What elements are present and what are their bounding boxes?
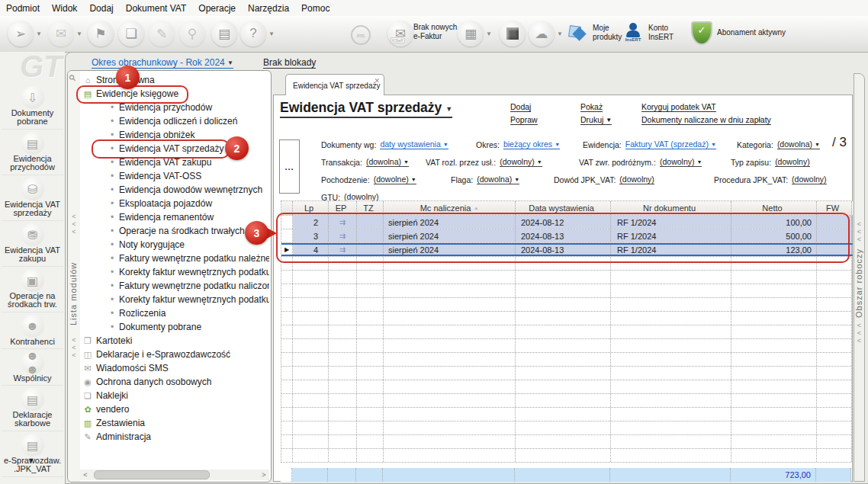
pin-icon[interactable]: ⚲ bbox=[67, 72, 79, 84]
filter-value-link[interactable]: (dowolny) bbox=[775, 157, 810, 167]
tree-item[interactable]: • Ewidencja odliczeń i doliczeń bbox=[80, 114, 269, 128]
empty-table-row bbox=[281, 284, 853, 298]
cube-button[interactable] bbox=[500, 21, 526, 46]
sidebar-module-item[interactable]: ⛁ Ewidencja VATsprzedaży bbox=[2, 178, 63, 221]
filter-value-link[interactable]: (dowolny) bbox=[792, 175, 827, 184]
menu-item[interactable]: Dodaj bbox=[83, 3, 119, 14]
filter-value-link[interactable]: (dowolny) bbox=[500, 157, 542, 167]
scroll-right-icon[interactable]: > bbox=[259, 471, 269, 479]
obszar-roboczy-label[interactable]: Obszar roboczy bbox=[854, 247, 863, 318]
tree-item[interactable]: • Dokumenty pobrane bbox=[80, 320, 269, 334]
new-document-button[interactable]: ❏ bbox=[118, 21, 144, 46]
tree-item[interactable]: ◉ Ochrona danych osobowych bbox=[80, 375, 269, 389]
action-koryguj-podatek[interactable]: Koryguj podatek VAT bbox=[641, 102, 716, 112]
tree-item-label: Naklejki bbox=[96, 389, 128, 402]
menu-item[interactable]: Widok bbox=[46, 3, 83, 14]
dropdown-icon[interactable]: ▼ bbox=[268, 30, 275, 37]
konto-insert-button[interactable]: InsERT bbox=[623, 22, 643, 42]
filter-value-link[interactable]: Faktury VAT (sprzedaż) bbox=[625, 139, 716, 149]
tree-item[interactable]: • Ewidencja remanentów bbox=[80, 210, 269, 224]
tree-item[interactable]: • Operacje na środkach trwałych bbox=[80, 224, 269, 238]
ksef-efaktury-button[interactable]: ✉KSeF bbox=[387, 21, 413, 46]
moje-produkty-button[interactable] bbox=[567, 23, 587, 43]
filter-value-link[interactable]: (dowolny) bbox=[619, 175, 654, 184]
sidebar-more-arrow[interactable]: ▼ bbox=[28, 457, 35, 464]
tree-item[interactable]: ✎ Administracja bbox=[80, 430, 269, 444]
sidebar-module-item[interactable]: ⇩ Dokumentypobrane bbox=[2, 86, 63, 130]
menu-item[interactable]: Podmiot bbox=[0, 3, 46, 14]
filter-group: Ewidencja:Faktury VAT (sprzedaż) bbox=[583, 139, 737, 149]
period-selector-link[interactable]: Okres obrachunkowy - Rok 2024 ▼ bbox=[92, 57, 233, 69]
tree-item[interactable]: • Ewidencja VAT-OSS bbox=[80, 169, 269, 183]
tree-item-label: Ewidencja odliczeń i doliczeń bbox=[119, 114, 237, 128]
tree-item[interactable]: • Ewidencja dowodów wewnętrznych bbox=[80, 183, 269, 197]
filter-value-link[interactable]: (dowolny) bbox=[660, 157, 702, 167]
preview-button[interactable]: ⚲ bbox=[179, 21, 205, 46]
send-button[interactable]: ✉ bbox=[48, 21, 74, 46]
tree-item[interactable]: ◫ Deklaracje i e-Sprawozdawczość bbox=[80, 348, 269, 361]
filter-value-link[interactable]: (dowolna) bbox=[777, 139, 820, 149]
tree-item[interactable]: • Faktury wewnętrzne podatku należnego bbox=[80, 252, 269, 265]
tree-item[interactable]: ❒ Kartoteki bbox=[80, 334, 269, 348]
action-popraw[interactable]: Popraw bbox=[510, 115, 538, 125]
sidebar-module-item[interactable]: ▤ e-Sprawozdaw..JPK_VAT bbox=[2, 434, 63, 477]
scrollbar-thumb[interactable] bbox=[94, 470, 210, 479]
tree-item[interactable]: • Korekty faktur wewnętrznych podatku bbox=[80, 293, 269, 306]
tab-ewidencja-vat-sprzedazy[interactable]: Ewidencja VAT sprzedaży ✕ bbox=[285, 74, 384, 95]
edit-document-button[interactable]: ✎ bbox=[149, 21, 175, 46]
tree-item[interactable]: • Korekty faktur wewnętrznych podatku bbox=[80, 265, 269, 279]
filter-value-link[interactable]: bieżący okres bbox=[503, 139, 560, 149]
scroll-left-icon[interactable]: < bbox=[80, 471, 91, 479]
filter-label: Ewidencja: bbox=[583, 140, 622, 149]
menu-item[interactable]: Dokument VAT bbox=[120, 3, 193, 14]
tree-horizontal-scrollbar[interactable]: < > bbox=[80, 470, 269, 480]
filter-value-link[interactable]: (dowolne) bbox=[374, 175, 416, 184]
action-drukuj[interactable]: Drukuj ▼ bbox=[580, 115, 612, 125]
dropdown-icon[interactable]: ▼ bbox=[486, 30, 492, 37]
action-dokumenty-naliczane[interactable]: Dokumenty naliczane w dniu zapłaty bbox=[641, 115, 771, 125]
tree-item[interactable]: • Noty korygujące bbox=[80, 238, 269, 252]
tree-item[interactable]: ▥ Zestawienia bbox=[80, 416, 269, 430]
help-button[interactable]: ? bbox=[240, 21, 266, 46]
print-button[interactable]: ▤ bbox=[211, 21, 237, 46]
filter-value-link[interactable]: daty wystawienia bbox=[380, 139, 448, 149]
more-filters-button[interactable]: ... bbox=[279, 139, 300, 194]
tree-item[interactable]: • Rozliczenia bbox=[80, 306, 269, 320]
tab-close-icon[interactable]: ✕ bbox=[374, 77, 380, 85]
nav-back-button[interactable]: ➢ bbox=[8, 21, 34, 46]
moje-produkty-label[interactable]: Mojeprodukty bbox=[593, 24, 622, 42]
tree-item-icon: • bbox=[107, 265, 117, 279]
tree-item[interactable]: ✉ Wiadomości SMS bbox=[80, 361, 269, 375]
sidebar-module-item[interactable]: ⛃ Ewidencja VATzakupu bbox=[2, 223, 63, 267]
filter-value-link[interactable]: (dowolna) bbox=[477, 175, 519, 184]
tree-item[interactable]: ✿ vendero bbox=[80, 402, 269, 416]
tree-item[interactable]: ❏ Naklejki bbox=[80, 389, 269, 402]
cloud-button[interactable]: ☁ bbox=[529, 21, 555, 46]
menu-item[interactable]: Narzędzia bbox=[242, 3, 295, 14]
dropdown-icon[interactable]: ▼ bbox=[557, 30, 563, 37]
sidebar-module-item[interactable]: ▣ Operacje naśrodkach trw. bbox=[2, 269, 63, 313]
sidebar-module-item[interactable]: ▤ Ewidencjaprzychodów bbox=[2, 132, 63, 175]
lista-modulow-label[interactable]: Lista modułów bbox=[69, 243, 78, 325]
annotation-circle-3: 3 bbox=[245, 221, 268, 245]
tree-item-label: Dokumenty pobrane bbox=[119, 320, 201, 334]
page-title[interactable]: Ewidencja VAT sprzedaży ▼ bbox=[280, 100, 452, 118]
action-pokaz[interactable]: Pokaż bbox=[580, 102, 603, 112]
action-dodaj[interactable]: Dodaj bbox=[510, 102, 531, 112]
menu-item[interactable]: Pomoc bbox=[295, 3, 336, 14]
empty-table-row bbox=[281, 298, 853, 312]
tree-item-icon: ❏ bbox=[81, 389, 95, 402]
lock-status-link[interactable]: Brak blokady bbox=[263, 57, 316, 69]
tree-item[interactable]: • Eksploatacja pojazdów bbox=[80, 197, 269, 210]
konto-insert-label[interactable]: KontoInsERT bbox=[648, 24, 674, 42]
filter-value-link[interactable]: (dowolna) bbox=[366, 157, 409, 167]
dropdown-icon[interactable]: ▼ bbox=[36, 30, 42, 37]
abonament-button[interactable]: ✓ bbox=[691, 21, 712, 45]
workstation-button[interactable]: ▦ bbox=[458, 21, 484, 46]
menu-item[interactable]: Operacje bbox=[192, 3, 242, 14]
sidebar-module-item[interactable]: ☻☻ Wspólnicy bbox=[2, 351, 63, 386]
flag-button[interactable]: ⚑ bbox=[88, 21, 114, 46]
sidebar-module-item[interactable]: ▤ Deklaracjeskarbowe bbox=[2, 388, 63, 431]
sidebar-module-item[interactable]: ☻ Kontrahenci bbox=[2, 315, 63, 349]
tree-item[interactable]: • Faktury wewnętrzne podatku naliczonego bbox=[80, 279, 269, 293]
